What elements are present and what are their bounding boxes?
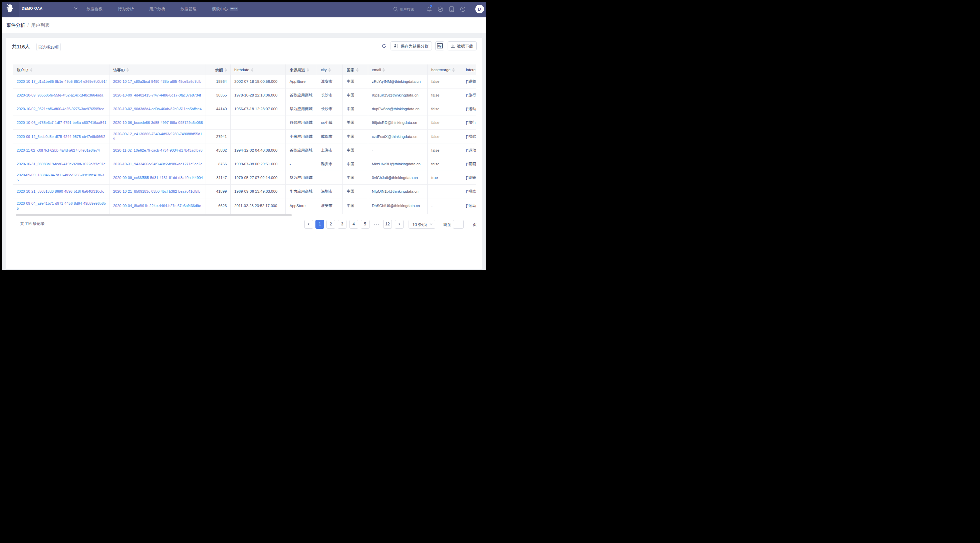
svg-text:?: ? <box>462 7 464 11</box>
svg-text:SQL: SQL <box>437 45 442 48</box>
